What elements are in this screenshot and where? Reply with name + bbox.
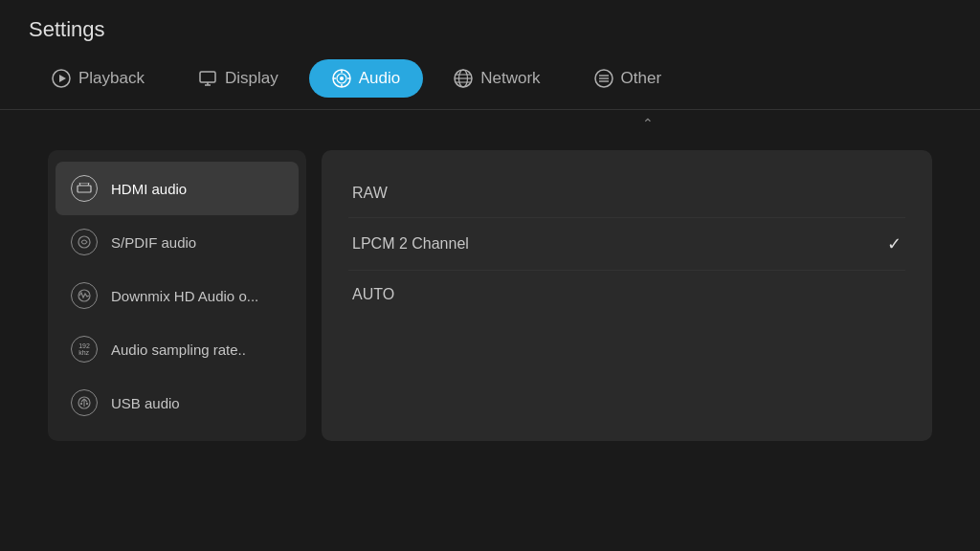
menu-item-usb[interactable]: USB audio — [56, 376, 299, 430]
option-lpcm2-label: LPCM 2 Channel — [352, 235, 469, 253]
menu-item-usb-label: USB audio — [111, 395, 180, 411]
svg-point-7 — [340, 77, 344, 80]
check-icon: ✓ — [887, 233, 902, 254]
svg-rect-21 — [78, 186, 91, 192]
menu-item-downmix[interactable]: Downmix HD Audio o... — [56, 269, 299, 322]
option-auto-label: AUTO — [352, 286, 394, 303]
downmix-icon — [71, 282, 98, 309]
sampling-icon: 192khz — [71, 336, 98, 363]
audio-icon — [332, 69, 351, 88]
menu-item-sampling-label: Audio sampling rate.. — [111, 342, 246, 358]
tab-network-label: Network — [480, 69, 540, 88]
menu-item-hdmi[interactable]: HDMI audio — [56, 162, 299, 215]
header: Settings Playback Display — [0, 0, 980, 98]
tab-audio[interactable]: Audio — [309, 59, 423, 98]
svg-rect-2 — [200, 72, 215, 82]
tab-other[interactable]: Other — [571, 59, 685, 98]
spdif-icon — [71, 229, 98, 255]
right-panel: RAW LPCM 2 Channel ✓ AUTO — [322, 150, 932, 441]
page-title: Settings — [29, 17, 951, 42]
option-raw[interactable]: RAW — [348, 169, 905, 218]
playback-icon — [52, 69, 71, 88]
option-auto[interactable]: AUTO — [348, 271, 905, 319]
hdmi-icon — [71, 175, 98, 202]
svg-marker-1 — [59, 75, 66, 82]
tab-display-label: Display — [225, 69, 278, 88]
other-icon — [594, 69, 613, 88]
tab-other-label: Other — [621, 69, 662, 88]
menu-item-hdmi-label: HDMI audio — [111, 181, 187, 197]
left-panel: HDMI audio S/PDIF audio Downmix HD Audio… — [48, 150, 306, 441]
nav-tabs: Playback Display — [29, 59, 951, 98]
tab-playback-label: Playback — [78, 69, 145, 88]
menu-item-spdif-label: S/PDIF audio — [111, 234, 196, 251]
content-area: HDMI audio S/PDIF audio Downmix HD Audio… — [0, 141, 980, 451]
arrow-indicator: ⌃ — [0, 110, 980, 137]
svg-point-25 — [78, 236, 90, 248]
display-icon — [198, 69, 217, 88]
tab-playback[interactable]: Playback — [29, 59, 167, 98]
menu-item-downmix-label: Downmix HD Audio o... — [111, 288, 258, 304]
usb-icon — [71, 389, 98, 416]
svg-point-31 — [80, 403, 82, 405]
option-raw-label: RAW — [352, 185, 388, 202]
network-icon — [454, 69, 473, 88]
svg-point-32 — [86, 403, 88, 405]
tab-audio-label: Audio — [359, 69, 400, 88]
tab-display[interactable]: Display — [175, 59, 301, 98]
menu-item-sampling[interactable]: 192khz Audio sampling rate.. — [56, 322, 299, 376]
option-lpcm2[interactable]: LPCM 2 Channel ✓ — [348, 218, 905, 271]
menu-item-spdif[interactable]: S/PDIF audio — [56, 215, 299, 269]
tab-network[interactable]: Network — [431, 59, 563, 98]
